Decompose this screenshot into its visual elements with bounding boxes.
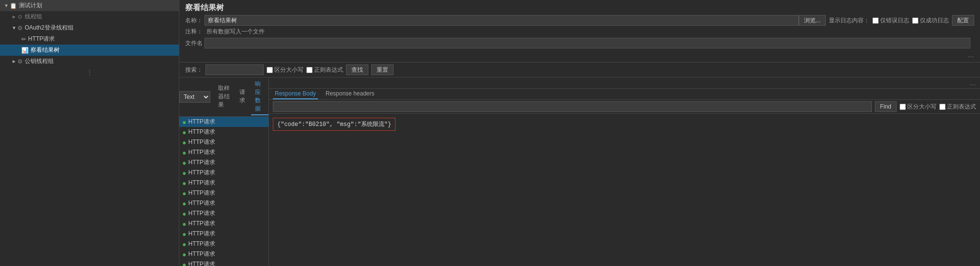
result-item-8[interactable]: ● HTTP请求 [179, 198, 269, 208]
right-controls: 浏览... 显示日志内容： 仅错误日志 仅成功日志 配置 [799, 15, 974, 26]
result-item-9[interactable]: ● HTTP请求 [179, 208, 269, 219]
result-item-13[interactable]: ● HTTP请求 [179, 249, 269, 259]
result-item-label: HTTP请求 [188, 219, 215, 228]
sidebar-item-label: 公钥线程组 [25, 57, 54, 65]
arrow-icon: ► [12, 59, 16, 64]
sidebar-item-thread-group[interactable]: ► ⚙ 线程组 [0, 11, 179, 22]
success-icon: ● [182, 159, 186, 167]
tree-icon: 📊 [21, 47, 29, 54]
success-icon: ● [182, 230, 186, 238]
tab-response-data[interactable]: 响应数据 [251, 78, 269, 115]
response-regex-label: 正则表达式 [947, 103, 976, 111]
reset-button[interactable]: 重置 [371, 64, 394, 75]
sidebar-item-http-request[interactable]: ✏ HTTP请求 [0, 33, 179, 45]
result-item-10[interactable]: ● HTTP请求 [179, 219, 269, 229]
config-button[interactable]: 配置 [952, 15, 974, 26]
response-case-checkbox[interactable]: 区分大小写 [900, 103, 936, 111]
success-log-checkbox[interactable]: 仅成功日志 [912, 16, 949, 25]
success-icon: ● [182, 128, 186, 136]
success-icon: ● [182, 250, 186, 258]
sidebar-item-result-tree[interactable]: 📊 察看结果树 [0, 45, 179, 56]
pencil-icon: ✏ [21, 36, 26, 43]
result-item-label: HTTP请求 [188, 138, 215, 146]
success-icon: ● [182, 261, 186, 266]
name-input[interactable] [205, 15, 799, 26]
sidebar: ▼ 📋 测试计划 ► ⚙ 线程组 ▼ ⚙ OAuth2登录线程组 ✏ HTTP请… [0, 0, 179, 266]
result-item-6[interactable]: ● HTTP请求 [179, 178, 269, 188]
regex-checkbox[interactable]: 正则表达式 [306, 66, 343, 74]
result-item-label: HTTP请求 [188, 128, 215, 136]
sidebar-item-label: HTTP请求 [28, 35, 55, 43]
result-item-label: HTTP请求 [188, 230, 215, 238]
search-row: 搜索： 区分大小写 正则表达式 查找 重置 [179, 63, 980, 78]
response-toolbar: Find 区分大小写 正则表达式 [269, 100, 980, 114]
search-input[interactable] [205, 64, 264, 75]
result-item-14[interactable]: ● HTTP请求 [179, 259, 269, 266]
error-log-checkbox[interactable]: 仅错误日志 [872, 16, 909, 25]
case-sensitive-label: 区分大小写 [274, 66, 303, 74]
arrow-icon: ► [12, 14, 16, 19]
result-item-3[interactable]: ● HTTP请求 [179, 147, 269, 157]
tab-sampler-results[interactable]: 取样器结果 [214, 83, 234, 111]
comment-label: 注释： [185, 28, 205, 36]
sidebar-item-test-plan[interactable]: ▼ 📋 测试计划 [0, 0, 179, 11]
sidebar-tree: ▼ 📋 测试计划 ► ⚙ 线程组 ▼ ⚙ OAuth2登录线程组 ✏ HTTP请… [0, 0, 179, 266]
filename-input[interactable] [205, 38, 970, 48]
result-item-label: HTTP请求 [188, 209, 215, 218]
result-item-label: HTTP请求 [188, 118, 215, 126]
sidebar-item-oauth-group[interactable]: ▼ ⚙ OAuth2登录线程组 [0, 22, 179, 33]
result-item-label: HTTP请求 [188, 179, 215, 187]
thread-icon: ⚙ [17, 14, 23, 20]
display-log-label: 显示日志内容： [829, 16, 869, 25]
tab-response-body[interactable]: Response Body [273, 89, 318, 99]
response-regex-checkbox[interactable]: 正则表达式 [939, 103, 976, 111]
success-icon: ● [182, 179, 186, 187]
header-dots-icon[interactable]: ... [185, 49, 974, 60]
response-case-label: 区分大小写 [907, 103, 936, 111]
success-icon: ● [182, 189, 186, 197]
arrow-icon: ▼ [12, 25, 16, 31]
response-search-input[interactable] [273, 101, 872, 112]
success-icon: ● [182, 240, 186, 248]
result-item-1[interactable]: ● HTTP请求 [179, 127, 269, 137]
tab-request[interactable]: 请求 [236, 87, 249, 107]
response-find-button[interactable]: Find [875, 101, 897, 112]
result-item-5[interactable]: ● HTTP请求 [179, 168, 269, 178]
success-icon: ● [182, 200, 186, 207]
sidebar-item-label: 线程组 [25, 13, 42, 21]
result-item-label: HTTP请求 [188, 260, 215, 266]
page-title: 察看结果树 [185, 3, 974, 13]
result-list: ● HTTP请求 ● HTTP请求 ● HTTP请求 ● HTTP请求 ● [179, 117, 269, 266]
success-log-label: 仅成功日志 [920, 16, 949, 25]
gear-icon2: ⚙ [17, 58, 23, 65]
name-row: 名称： 浏览... 显示日志内容： 仅错误日志 仅成功日志 配置 [185, 15, 974, 26]
search-label: 搜索： [185, 66, 203, 74]
result-item-4[interactable]: ● HTTP请求 [179, 157, 269, 168]
case-sensitive-checkbox[interactable]: 区分大小写 [267, 66, 303, 74]
result-item-12[interactable]: ● HTTP请求 [179, 239, 269, 249]
comment-row: 注释： 所有数据写入一个文件 [185, 28, 974, 36]
sidebar-item-label: OAuth2登录线程组 [25, 24, 74, 32]
result-item-label: HTTP请求 [188, 158, 215, 167]
result-item-7[interactable]: ● HTTP请求 [179, 188, 269, 198]
result-item-2[interactable]: ● HTTP请求 [179, 137, 269, 147]
format-dropdown[interactable]: Text JSON XML HTML [179, 91, 210, 103]
error-log-label: 仅错误日志 [880, 16, 909, 25]
right-panel-dots-icon[interactable]: ... [269, 78, 980, 89]
sidebar-item-label: 测试计划 [19, 1, 42, 10]
sidebar-item-pubkey-group[interactable]: ► ⚙ 公钥线程组 [0, 56, 179, 67]
find-button[interactable]: 查找 [346, 64, 368, 75]
result-item-0[interactable]: ● HTTP请求 [179, 117, 269, 127]
response-body: {"code":"B0210", "msg":"系统限流"} [269, 114, 980, 266]
tab-response-headers[interactable]: Response headers [324, 89, 377, 99]
sidebar-item-label: 察看结果树 [31, 46, 60, 54]
main-header: 察看结果树 名称： 浏览... 显示日志内容： 仅错误日志 仅成功日志 配置 [179, 0, 980, 63]
result-item-11[interactable]: ● HTTP请求 [179, 229, 269, 239]
result-item-label: HTTP请求 [188, 250, 215, 258]
result-item-label: HTTP请求 [188, 189, 215, 197]
sidebar-more-icon[interactable]: ⋮ [0, 67, 179, 78]
filename-row: 文件名 [185, 38, 974, 48]
result-item-label: HTTP请求 [188, 199, 215, 207]
browse-button[interactable]: 浏览... [799, 15, 826, 26]
regex-label: 正则表达式 [314, 66, 343, 74]
